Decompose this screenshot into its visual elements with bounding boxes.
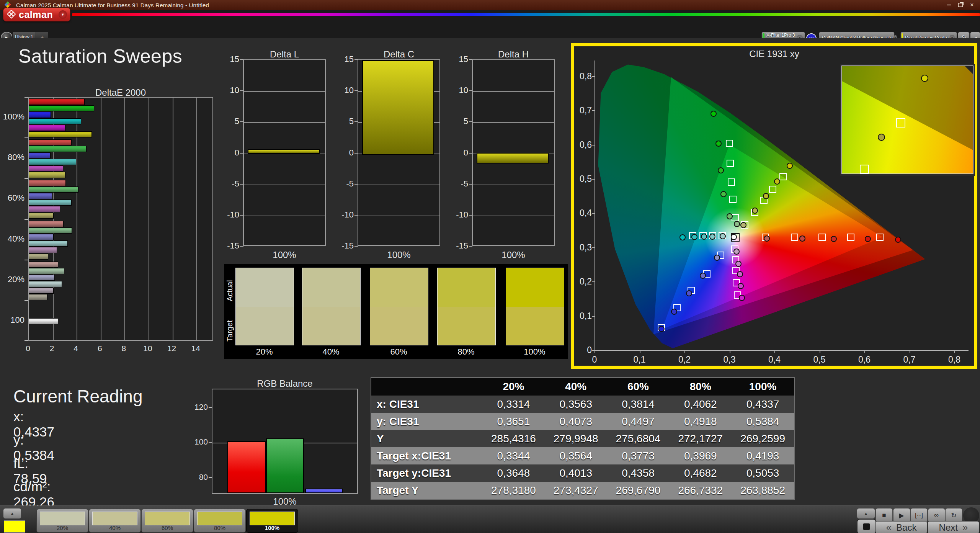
measured-point-marker <box>752 208 758 214</box>
y-tick-label: 10 <box>336 85 354 95</box>
y-tick <box>240 121 243 122</box>
deltae-bar-60%-2 <box>29 193 52 199</box>
measured-point-marker <box>720 233 726 239</box>
gridline <box>244 216 325 216</box>
target-marker <box>818 234 826 241</box>
deltae-bar-20%-0 <box>29 262 58 268</box>
cie-x-tick <box>730 350 730 353</box>
x-tick-label: 2 <box>46 344 58 353</box>
y-tick <box>24 340 28 341</box>
cie-y-tick-label: 0,2 <box>575 276 592 287</box>
scroll-up-button-right[interactable]: ▲ <box>857 508 875 519</box>
swatch-row-label-actual: Actual <box>225 278 235 301</box>
table-row: Target y:CIE310,36480,40130,43580,46820,… <box>371 464 794 482</box>
y-tick-label: 80 <box>190 473 208 482</box>
table-cell: 0,3563 <box>545 396 607 413</box>
current-reading-title: Current Reading <box>13 386 143 407</box>
pattern-bar: ▲ 20%40%60%80%100% ▲ ■▶[··]∞↻ « Back Nex… <box>0 505 980 533</box>
inset-target-marker <box>896 118 905 128</box>
next-label: Next <box>939 522 958 533</box>
table-row-label: x: CIE31 <box>371 396 482 413</box>
inset-corner-notch <box>965 66 973 74</box>
y-tick-label: -15 <box>222 241 239 251</box>
cie-zoom-inset <box>841 65 973 174</box>
cie-y-tick-label: 0,1 <box>575 311 592 321</box>
table-cell: 0,3814 <box>607 396 670 413</box>
y-tick <box>240 184 243 185</box>
y-tick-label: 5 <box>222 116 239 126</box>
rgb-bar-blue <box>305 489 343 493</box>
pattern-button-100%[interactable]: 100% <box>246 509 298 533</box>
play-button[interactable]: ▶ <box>893 508 910 523</box>
y-tick-label: 10 <box>451 85 468 95</box>
cie-y-tick-label: 0,5 <box>575 174 592 184</box>
y-tick-label: -5 <box>451 179 468 189</box>
table-cell: 0,3314 <box>482 396 545 413</box>
cie-x-axis <box>595 350 969 351</box>
calman-menu-button[interactable]: calman ▼ <box>3 8 70 21</box>
table-col-header: 20% <box>482 378 545 396</box>
y-tick-label: -10 <box>336 210 354 220</box>
measured-point-marker <box>709 234 715 240</box>
pattern-stop-button[interactable] <box>857 519 876 533</box>
cie-y-tick <box>592 110 595 111</box>
table-row: y: CIE310,36510,40730,44970,49180,5384 <box>371 413 794 430</box>
table-cell: 0,3969 <box>669 447 732 464</box>
cie-1931-panel[interactable]: CIE 1931 xy 00,10,20,30,40,50,60,70,800,… <box>571 43 977 369</box>
pattern-button-60%[interactable]: 60% <box>141 509 193 533</box>
cie-y-tick-label: 0,4 <box>575 208 592 218</box>
cie-x-tick <box>640 350 640 353</box>
current-color-chip[interactable] <box>4 520 25 533</box>
cie-y-tick-label: 0,7 <box>575 105 592 116</box>
deltae-bar-100%-3 <box>29 118 81 124</box>
window-pattern-button[interactable]: [··] <box>910 508 928 523</box>
cie-x-tick-label: 0,2 <box>676 355 693 365</box>
swatch-row-label-target: Target <box>225 319 235 342</box>
cie-x-tick-label: 0,6 <box>856 355 873 365</box>
deltae-bar-20%-3 <box>29 281 62 287</box>
table-corner-cell <box>371 378 482 396</box>
chevron-down-icon[interactable]: ▼ <box>59 10 67 19</box>
continuous-button[interactable]: ∞ <box>928 508 945 523</box>
gridline <box>196 98 197 340</box>
pattern-button-20%[interactable]: 20% <box>36 509 88 533</box>
page-title: Saturation Sweeps <box>18 45 182 67</box>
pattern-swatch <box>92 512 137 525</box>
y-tick <box>469 59 472 60</box>
deltae-bar-60%-5 <box>29 213 54 219</box>
deltae-bar-20%-5 <box>29 294 47 300</box>
y-tick <box>240 153 243 154</box>
cie-y-tick <box>592 281 595 282</box>
scroll-up-button[interactable]: ▲ <box>3 508 21 519</box>
pattern-swatch <box>250 512 295 525</box>
pattern-button-80%[interactable]: 80% <box>194 509 246 533</box>
table-row: Target x:CIE310,33440,35640,37730,39690,… <box>371 447 794 464</box>
next-button[interactable]: Next » <box>928 521 979 533</box>
minimize-button[interactable] <box>943 2 955 8</box>
target-marker <box>779 173 787 180</box>
table-row: x: CIE310,33140,35630,38140,40620,4337 <box>371 396 794 413</box>
stop-button[interactable]: ■ <box>875 508 893 523</box>
restore-button[interactable] <box>955 2 966 8</box>
refresh-button[interactable]: ↻ <box>945 508 962 523</box>
delta-bar <box>477 153 549 163</box>
cie-y-tick-label: 0,3 <box>575 242 592 253</box>
inset-gamut-boundary <box>842 66 973 173</box>
pattern-label: 20% <box>37 525 88 531</box>
table-cell: 0,4337 <box>732 396 794 413</box>
delta-chart-delta-c <box>358 59 440 246</box>
close-button[interactable]: × <box>966 2 978 8</box>
gridline <box>173 98 173 340</box>
y-tick <box>469 215 472 216</box>
delta-x-label: 100% <box>243 250 326 260</box>
rgb-balance-chart <box>212 389 358 494</box>
table-row-label: y: CIE31 <box>371 413 482 430</box>
y-tick-label: 0 <box>336 148 354 158</box>
swatch-40% <box>302 268 361 345</box>
pattern-button-40%[interactable]: 40% <box>89 509 141 533</box>
table-cell: 0,4193 <box>732 447 794 464</box>
target-marker <box>769 186 776 193</box>
back-button[interactable]: « Back <box>875 521 927 533</box>
gridline <box>124 98 125 340</box>
cie-y-tick-label: 0,6 <box>575 140 592 150</box>
